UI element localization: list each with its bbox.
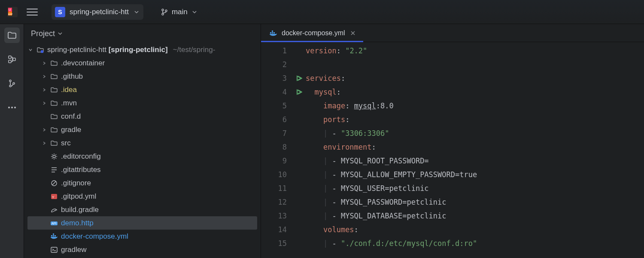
project-selector[interactable]: S spring-petclinic-htt xyxy=(52,4,143,20)
folder-icon xyxy=(50,99,58,107)
code-line[interactable]: image: mysql:8.0 xyxy=(306,99,644,113)
tree-item[interactable]: build.gradle xyxy=(27,203,257,216)
line-number: 15 xyxy=(261,236,287,250)
svg-rect-14 xyxy=(41,50,43,53)
code-line[interactable]: volumes: xyxy=(306,223,644,236)
chevron-down-icon xyxy=(58,31,63,36)
svg-point-7 xyxy=(165,10,167,12)
code-line[interactable]: | - MYSQL_USER=petclinic xyxy=(306,181,644,195)
code-line[interactable]: version: "2.2" xyxy=(306,44,644,58)
code-line[interactable]: | - MYSQL_ALLOW_EMPTY_PASSWORD=true xyxy=(306,168,644,181)
vcs-tool-button[interactable] xyxy=(4,76,20,91)
structure-tool-button[interactable] xyxy=(4,52,20,67)
tree-item[interactable]: .devcontainer xyxy=(27,56,257,70)
chevron-down-icon[interactable] xyxy=(27,48,33,52)
code-line[interactable]: | - MYSQL_ROOT_PASSWORD= xyxy=(306,154,644,168)
close-icon[interactable] xyxy=(349,30,356,37)
svg-rect-23 xyxy=(55,235,56,236)
title-bar: IJEAP S spring-petclinic-htt main xyxy=(0,0,644,24)
tree-item[interactable]: src xyxy=(27,136,257,150)
line-number: 11 xyxy=(261,181,287,195)
tree-item[interactable]: .idea xyxy=(27,83,257,96)
project-panel-header[interactable]: Project xyxy=(24,24,261,43)
svg-point-12 xyxy=(9,85,11,87)
folder-icon xyxy=(50,73,58,80)
folder-icon xyxy=(36,46,45,54)
tree-item[interactable]: API demo.http xyxy=(27,216,257,230)
svg-rect-22 xyxy=(53,235,54,236)
tree-item[interactable]: .gitattributes xyxy=(27,163,257,176)
tree-item[interactable]: .github xyxy=(27,70,257,83)
more-tools-button[interactable] xyxy=(4,100,20,115)
svg-rect-28 xyxy=(273,32,275,34)
project-panel-title: Project xyxy=(31,29,55,38)
tree-item-label: build.gradle xyxy=(61,203,99,216)
svg-text:IJ: IJ xyxy=(9,8,11,11)
line-number: 3 xyxy=(261,71,287,85)
run-gutter-cell xyxy=(292,154,306,168)
expand-arrow-icon[interactable] xyxy=(41,101,47,105)
project-tree[interactable]: spring-petclinic-htt [spring-petclinic] … xyxy=(24,43,261,258)
chevron-down-icon xyxy=(134,9,139,15)
svg-rect-8 xyxy=(9,56,11,58)
code-line[interactable]: ports: xyxy=(306,113,644,126)
tree-item-label: gradle xyxy=(61,123,81,136)
tree-item[interactable]: .editorconfig xyxy=(27,150,257,163)
tree-item[interactable]: gradlew xyxy=(27,243,257,256)
tree-item[interactable]: docker-compose.yml xyxy=(27,230,257,243)
tree-item-label: .editorconfig xyxy=(61,150,101,163)
project-tool-window: Project spring-petclinic-htt [spring-pet… xyxy=(24,24,261,258)
line-number: 7 xyxy=(261,126,287,140)
main-menu-button[interactable] xyxy=(27,6,38,18)
line-number: 2 xyxy=(261,58,287,71)
svg-rect-9 xyxy=(9,60,11,63)
code-line[interactable] xyxy=(306,58,644,71)
run-gutter-cell xyxy=(292,58,306,71)
code-content[interactable]: version: "2.2"services: mysql: image: my… xyxy=(306,42,644,258)
tree-item[interactable]: gradle xyxy=(27,123,257,136)
project-tool-button[interactable] xyxy=(4,28,20,43)
run-gutter-cell xyxy=(292,195,306,209)
left-tool-strip xyxy=(0,24,24,258)
folder-icon xyxy=(50,139,58,147)
svg-rect-26 xyxy=(270,32,271,34)
svg-point-6 xyxy=(162,13,164,15)
tree-item[interactable]: .mvn xyxy=(27,96,257,110)
code-line[interactable]: | - "./conf.d:/etc/mysql/conf.d:ro" xyxy=(306,236,644,250)
code-line[interactable]: | - "3306:3306" xyxy=(306,126,644,140)
run-gutter-cell[interactable] xyxy=(292,85,306,99)
expand-arrow-icon[interactable] xyxy=(41,74,47,79)
svg-text:API: API xyxy=(52,222,56,225)
editor-tab[interactable]: docker-compose.yml xyxy=(261,24,363,42)
ide-logo-icon: IJEAP xyxy=(6,6,19,18)
code-line[interactable]: mysql: xyxy=(306,85,644,99)
line-number: 4 xyxy=(261,85,287,99)
run-icon[interactable] xyxy=(295,75,302,82)
run-icon[interactable] xyxy=(295,89,302,95)
line-number-gutter: 123456789101112131415 xyxy=(261,42,292,258)
tree-item[interactable]: .gitignore xyxy=(27,176,257,190)
tree-root[interactable]: spring-petclinic-htt [spring-petclinic] … xyxy=(24,43,261,56)
svg-rect-27 xyxy=(272,32,273,34)
branch-name-label: main xyxy=(172,8,188,16)
run-gutter-cell xyxy=(292,44,306,58)
vcs-branch-selector[interactable]: main xyxy=(158,6,200,18)
code-line[interactable]: services: xyxy=(306,71,644,85)
expand-arrow-icon[interactable] xyxy=(41,128,47,132)
expand-arrow-icon[interactable] xyxy=(41,61,47,65)
expand-arrow-icon[interactable] xyxy=(41,141,47,145)
line-number: 5 xyxy=(261,99,287,113)
more-icon xyxy=(8,107,16,108)
code-editor[interactable]: 123456789101112131415 version: "2.2"serv… xyxy=(261,42,644,258)
slash-icon xyxy=(50,179,58,187)
api-icon: API xyxy=(50,219,58,227)
chevron-down-icon xyxy=(192,9,197,15)
tree-item[interactable]: conf.d xyxy=(27,110,257,123)
expand-arrow-icon[interactable] xyxy=(41,88,47,92)
tree-item-label: spring-petclinic-htt [spring-petclinic] xyxy=(47,43,168,56)
code-line[interactable]: environment: xyxy=(306,140,644,154)
code-line[interactable]: | - MYSQL_PASSWORD=petclinic xyxy=(306,195,644,209)
code-line[interactable]: | - MYSQL_DATABASE=petclinic xyxy=(306,209,644,223)
run-gutter-cell[interactable] xyxy=(292,71,306,85)
tree-item[interactable]: Y .gitpod.yml xyxy=(27,190,257,203)
